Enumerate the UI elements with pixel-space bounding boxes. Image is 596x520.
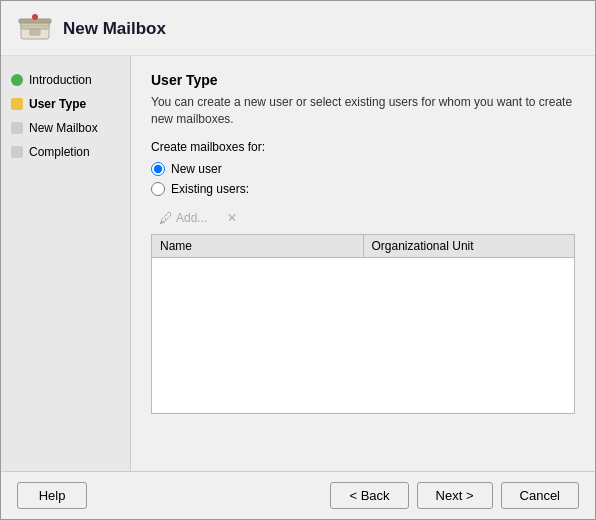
- column-org-unit: Organizational Unit: [364, 235, 575, 257]
- svg-rect-6: [21, 25, 49, 27]
- sidebar: Introduction User Type New Mailbox Compl…: [1, 56, 131, 471]
- add-icon: 🖊: [159, 210, 173, 226]
- new-mailbox-label: New Mailbox: [29, 121, 98, 135]
- radio-existing-label[interactable]: Existing users:: [151, 182, 575, 196]
- svg-rect-5: [34, 14, 36, 20]
- new-mailbox-dot: [11, 122, 23, 134]
- introduction-dot: [11, 74, 23, 86]
- radio-group: New user Existing users:: [151, 162, 575, 196]
- mailbox-icon: [17, 11, 53, 47]
- dialog-title: New Mailbox: [63, 19, 166, 39]
- content-area: Introduction User Type New Mailbox Compl…: [1, 56, 595, 471]
- svg-rect-2: [30, 29, 40, 35]
- sidebar-item-introduction: Introduction: [1, 68, 130, 92]
- footer-right: < Back Next > Cancel: [330, 482, 579, 509]
- footer: Help < Back Next > Cancel: [1, 471, 595, 519]
- back-button[interactable]: < Back: [330, 482, 408, 509]
- completion-label: Completion: [29, 145, 90, 159]
- table-body: [152, 258, 574, 412]
- title-bar: New Mailbox: [1, 1, 595, 56]
- radio-new-user-label[interactable]: New user: [151, 162, 575, 176]
- add-label: Add...: [176, 211, 207, 225]
- sidebar-item-user-type: User Type: [1, 92, 130, 116]
- radio-existing[interactable]: [151, 182, 165, 196]
- section-description: You can create a new user or select exis…: [151, 94, 575, 128]
- column-name: Name: [152, 235, 364, 257]
- remove-icon: ✕: [227, 211, 237, 225]
- help-button[interactable]: Help: [17, 482, 87, 509]
- table-header: Name Organizational Unit: [152, 235, 574, 258]
- create-label: Create mailboxes for:: [151, 140, 575, 154]
- radio-new-user[interactable]: [151, 162, 165, 176]
- user-type-label: User Type: [29, 97, 86, 111]
- dialog: New Mailbox Introduction User Type New M…: [0, 0, 596, 520]
- footer-left: Help: [17, 482, 87, 509]
- section-title: User Type: [151, 72, 575, 88]
- introduction-label: Introduction: [29, 73, 92, 87]
- next-button[interactable]: Next >: [417, 482, 493, 509]
- sidebar-item-completion: Completion: [1, 140, 130, 164]
- toolbar: 🖊 Add... ✕: [151, 206, 575, 230]
- add-button[interactable]: 🖊 Add...: [151, 208, 215, 228]
- remove-button[interactable]: ✕: [219, 209, 245, 227]
- user-type-dot: [11, 98, 23, 110]
- users-table: Name Organizational Unit: [151, 234, 575, 414]
- main-content: User Type You can create a new user or s…: [131, 56, 595, 471]
- radio-existing-text: Existing users:: [171, 182, 249, 196]
- sidebar-item-new-mailbox: New Mailbox: [1, 116, 130, 140]
- radio-new-user-text: New user: [171, 162, 222, 176]
- completion-dot: [11, 146, 23, 158]
- cancel-button[interactable]: Cancel: [501, 482, 579, 509]
